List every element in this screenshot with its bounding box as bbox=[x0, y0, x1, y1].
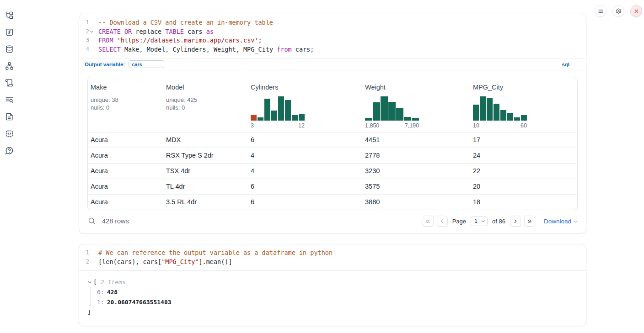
tree-root-row: [2 Items bbox=[87, 277, 578, 287]
axis-min-label: 1,850 bbox=[365, 122, 379, 129]
histogram-bar[interactable] bbox=[480, 96, 486, 121]
histogram[interactable] bbox=[365, 96, 419, 121]
sidebar-item-file-tree[interactable] bbox=[5, 11, 14, 20]
histogram-bar[interactable] bbox=[521, 115, 527, 121]
histogram-bar[interactable] bbox=[365, 118, 372, 121]
histogram-bar[interactable] bbox=[507, 113, 513, 121]
histogram-bar[interactable] bbox=[500, 110, 506, 121]
sidebar-item-snippets[interactable] bbox=[5, 129, 14, 138]
column-header-model: Modelunique: 425nulls: 0 bbox=[163, 77, 248, 132]
settings-button[interactable] bbox=[612, 5, 624, 17]
fold-toggle-icon[interactable] bbox=[90, 30, 94, 34]
close-button[interactable] bbox=[630, 5, 642, 17]
sidebar-item-dependency-graph[interactable] bbox=[5, 61, 14, 70]
code-line: 1# We can reference the output variable … bbox=[79, 248, 586, 258]
sidebar-item-logs-search[interactable] bbox=[5, 95, 14, 104]
table-cell: 17 bbox=[470, 132, 577, 148]
sidebar-item-help[interactable] bbox=[5, 146, 14, 155]
histogram-bar[interactable] bbox=[278, 96, 284, 121]
line-number: 1 bbox=[79, 18, 94, 27]
search-icon[interactable] bbox=[87, 217, 96, 225]
sidebar-item-function[interactable] bbox=[5, 27, 14, 37]
histogram-bar[interactable] bbox=[388, 102, 396, 121]
histogram[interactable] bbox=[251, 96, 305, 121]
pagination: Page 1 of 86 Download bbox=[423, 216, 578, 227]
chevron-down-icon bbox=[481, 219, 485, 223]
table-body: AcuraMDX6445117AcuraRSX Type S 2dr427782… bbox=[88, 132, 577, 210]
table-cell: 22 bbox=[470, 164, 577, 179]
sidebar-item-database[interactable] bbox=[5, 44, 14, 53]
close-icon bbox=[633, 8, 639, 14]
histogram-bar[interactable] bbox=[487, 98, 493, 121]
chevrons-left-icon bbox=[425, 218, 431, 224]
page-select[interactable]: 1 bbox=[471, 217, 488, 226]
python-output-tree: [2 Items0:4281:20.060747663551403] bbox=[79, 271, 586, 326]
histogram-bar[interactable] bbox=[412, 118, 419, 121]
histogram-bar[interactable] bbox=[258, 117, 263, 121]
tree-collapse-icon[interactable] bbox=[87, 280, 92, 285]
table-cell: 24 bbox=[470, 148, 577, 163]
table-cell: 4451 bbox=[362, 132, 470, 148]
tree-open-bracket: [ bbox=[93, 277, 97, 287]
code-snippets-icon bbox=[5, 129, 14, 138]
histogram-axis: 1,8507,190 bbox=[365, 122, 419, 129]
column-title: MPG_City bbox=[473, 84, 573, 91]
line-number: 2 bbox=[79, 258, 94, 267]
table-cell: 18 bbox=[470, 195, 577, 210]
sql-code-editor[interactable]: 1-- Download a CSV and create an in-memo… bbox=[79, 14, 586, 58]
gear-icon bbox=[616, 8, 622, 14]
code-text: FROM 'https://datasets.marimo.app/cars.c… bbox=[94, 36, 262, 45]
histogram-bar[interactable] bbox=[494, 104, 499, 121]
histogram-bar[interactable] bbox=[285, 100, 291, 121]
first-page-button[interactable] bbox=[423, 216, 434, 227]
table-cell: Acura bbox=[88, 164, 163, 179]
histogram-bar[interactable] bbox=[251, 115, 257, 121]
output-variable-input[interactable] bbox=[129, 60, 164, 68]
sidebar-item-scroll[interactable] bbox=[5, 78, 14, 87]
table-cell: 6 bbox=[248, 132, 362, 148]
column-unique-stat: unique: 38 bbox=[91, 96, 159, 104]
histogram-bar[interactable] bbox=[404, 117, 411, 121]
prev-page-button[interactable] bbox=[437, 216, 448, 227]
histogram-bar[interactable] bbox=[381, 96, 388, 121]
sidebar-item-documentation[interactable] bbox=[5, 112, 14, 121]
tree-entry-key: 0: bbox=[97, 289, 104, 296]
histogram-bar[interactable] bbox=[473, 105, 479, 121]
code-line: 3FROM 'https://datasets.marimo.app/cars.… bbox=[79, 36, 586, 45]
histogram-bar[interactable] bbox=[264, 99, 270, 121]
output-variable-row: Output variable: sql bbox=[79, 58, 586, 70]
last-page-button[interactable] bbox=[524, 216, 535, 227]
dependency-graph-icon bbox=[5, 62, 14, 70]
topbar-actions bbox=[595, 5, 642, 17]
histogram-bar[interactable] bbox=[271, 111, 277, 121]
axis-max-label: 12 bbox=[298, 122, 305, 129]
chevron-right-icon bbox=[512, 218, 518, 224]
page-total-label: of 86 bbox=[492, 218, 505, 225]
histogram-bar[interactable] bbox=[396, 108, 403, 121]
histogram[interactable] bbox=[473, 96, 527, 121]
data-table: Makeunique: 38nulls: 0Modelunique: 425nu… bbox=[87, 77, 578, 210]
table-cell: TL 4dr bbox=[163, 179, 248, 194]
menu-button[interactable] bbox=[595, 5, 606, 17]
histogram-bar[interactable] bbox=[373, 102, 380, 121]
table-row: AcuraTSX 4dr4323022 bbox=[88, 163, 577, 179]
histogram-bar[interactable] bbox=[292, 115, 298, 121]
column-header-make: Makeunique: 38nulls: 0 bbox=[88, 77, 163, 132]
axis-min-label: 3 bbox=[251, 122, 254, 129]
histogram-bar[interactable] bbox=[514, 117, 520, 121]
line-number: 1 bbox=[79, 248, 94, 258]
column-title: Make bbox=[91, 84, 159, 91]
axis-max-label: 60 bbox=[521, 122, 527, 129]
code-text: CREATE OR replace TABLE cars as bbox=[94, 27, 214, 37]
next-page-button[interactable] bbox=[510, 216, 521, 227]
column-header-cylinders: Cylinders312 bbox=[248, 77, 362, 132]
column-title: Cylinders bbox=[251, 84, 358, 91]
table-row: AcuraTL 4dr6357520 bbox=[88, 179, 577, 194]
column-title: Weight bbox=[365, 84, 466, 91]
histogram-bar[interactable] bbox=[299, 114, 305, 121]
python-code-editor[interactable]: 1# We can reference the output variable … bbox=[79, 244, 586, 270]
download-button[interactable]: Download bbox=[544, 218, 578, 225]
column-header-mpg_city: MPG_City1060 bbox=[470, 77, 577, 132]
table-cell: 20 bbox=[470, 179, 577, 194]
table-cell: MDX bbox=[163, 132, 248, 148]
